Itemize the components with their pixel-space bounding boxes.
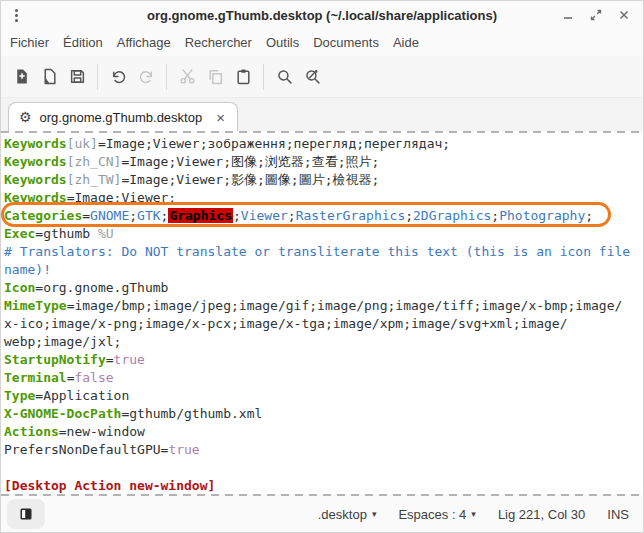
tab-close-icon[interactable]: × bbox=[216, 110, 225, 125]
gedit-window: org.gnome.gThumb.desktop (~/.local/share… bbox=[0, 0, 644, 533]
menubar: FichierÉditionAffichageRechercherOutilsD… bbox=[1, 29, 643, 56]
editor-line: X-GNOME-DocPath=gthumb/gthumb.xml bbox=[4, 405, 643, 423]
insert-mode-indicator: INS bbox=[607, 507, 629, 522]
copy-button bbox=[201, 63, 229, 91]
new-document-icon bbox=[13, 68, 30, 85]
menu-rechercher[interactable]: Rechercher bbox=[178, 31, 259, 54]
editor-line: Keywords=Image;Viewer; bbox=[4, 189, 643, 207]
tab-bar: ⚙ org.gnome.gThumb.desktop × bbox=[1, 98, 643, 131]
editor-line: Keywords[zh_TW]=Image;Viewer;影像;圖像;圖片;檢視… bbox=[4, 171, 643, 189]
menu-fichier[interactable]: Fichier bbox=[3, 31, 56, 54]
cut-button bbox=[173, 63, 201, 91]
statusbar: .desktop ▾ Espaces : 4 ▾ Lig 221, Col 30… bbox=[1, 496, 643, 532]
tab-width-selector[interactable]: Espaces : 4 ▾ bbox=[398, 507, 475, 522]
tab-label: org.gnome.gThumb.desktop bbox=[40, 110, 203, 125]
editor-line: StartupNotify=true bbox=[4, 351, 643, 369]
cursor-position[interactable]: Lig 221, Col 30 bbox=[498, 507, 585, 522]
toolbar-separator bbox=[97, 64, 98, 90]
kebab-menu-icon[interactable] bbox=[5, 4, 27, 26]
editor-line: name)! bbox=[4, 261, 643, 279]
new-document-button[interactable] bbox=[7, 63, 35, 91]
editor-line: # Translators: Do NOT translate or trans… bbox=[4, 243, 643, 261]
find-replace-icon bbox=[304, 68, 321, 85]
cut-icon bbox=[179, 68, 196, 85]
toolbar-separator bbox=[166, 64, 167, 90]
open-document-icon bbox=[41, 68, 58, 85]
undo-button[interactable] bbox=[104, 63, 132, 91]
copy-icon bbox=[207, 68, 224, 85]
chevron-down-icon: ▾ bbox=[471, 509, 476, 519]
redo-button bbox=[132, 63, 160, 91]
toolbar-separator bbox=[263, 64, 264, 90]
close-icon[interactable] bbox=[615, 6, 633, 24]
chevron-down-icon: ▾ bbox=[372, 509, 377, 519]
menu-outils[interactable]: Outils bbox=[259, 31, 306, 54]
editor-line: x-ico;image/x-png;image/x-pcx;image/x-tg… bbox=[4, 315, 643, 333]
editor-line: Terminal=false bbox=[4, 369, 643, 387]
side-panel-icon bbox=[18, 506, 34, 522]
save-icon bbox=[69, 68, 86, 85]
toolbar bbox=[1, 56, 643, 98]
find-button[interactable] bbox=[270, 63, 298, 91]
minimize-icon[interactable] bbox=[559, 6, 577, 24]
titlebar: org.gnome.gThumb.desktop (~/.local/share… bbox=[1, 1, 643, 29]
editor-line: [Desktop Action new-window] bbox=[4, 477, 643, 494]
tab-org-gnome-gthumb-desktop[interactable]: ⚙ org.gnome.gThumb.desktop × bbox=[8, 102, 238, 131]
editor-line: Icon=org.gnome.gThumb bbox=[4, 279, 643, 297]
filetype-selector[interactable]: .desktop ▾ bbox=[318, 507, 377, 522]
restore-icon[interactable] bbox=[587, 6, 605, 24]
editor-line: webp;image/jxl; bbox=[4, 333, 643, 351]
text-editor-area[interactable]: Keywords[uk]=Image;Viewer;зображення;пер… bbox=[1, 133, 643, 494]
menu-aide[interactable]: Aide bbox=[386, 31, 426, 54]
open-document-button[interactable] bbox=[35, 63, 63, 91]
paste-button[interactable] bbox=[229, 63, 257, 91]
side-panel-toggle-button[interactable] bbox=[7, 499, 45, 529]
editor-line: Keywords[uk]=Image;Viewer;зображення;пер… bbox=[4, 135, 643, 153]
editor-line: Categories=GNOME;GTK;Graphics;Viewer;Ras… bbox=[4, 207, 643, 225]
paste-icon bbox=[235, 68, 252, 85]
statusbar-right: .desktop ▾ Espaces : 4 ▾ Lig 221, Col 30… bbox=[318, 507, 629, 522]
editor-line: Actions=new-window bbox=[4, 423, 643, 441]
editor-line: Type=Application bbox=[4, 387, 643, 405]
editor-line: PrefersNonDefaultGPU=true bbox=[4, 441, 643, 459]
menu-edition[interactable]: Édition bbox=[56, 31, 110, 54]
window-controls bbox=[559, 6, 643, 24]
menu-affichage[interactable]: Affichage bbox=[110, 31, 178, 54]
menu-documents[interactable]: Documents bbox=[306, 31, 386, 54]
find-replace-button[interactable] bbox=[298, 63, 326, 91]
gear-icon: ⚙ bbox=[19, 110, 32, 124]
editor-line: Keywords[zh_CN]=Image;Viewer;图像;浏览器;查看;照… bbox=[4, 153, 643, 171]
redo-icon bbox=[138, 68, 155, 85]
editor-line bbox=[4, 459, 643, 477]
editor-line: Exec=gthumb %U bbox=[4, 225, 643, 243]
undo-icon bbox=[110, 68, 127, 85]
search-match-highlight: Graphics bbox=[168, 208, 233, 223]
find-icon bbox=[276, 68, 293, 85]
save-button[interactable] bbox=[63, 63, 91, 91]
window-title: org.gnome.gThumb.desktop (~/.local/share… bbox=[1, 8, 643, 23]
editor-line: MimeType=image/bmp;image/jpeg;image/gif;… bbox=[4, 297, 643, 315]
